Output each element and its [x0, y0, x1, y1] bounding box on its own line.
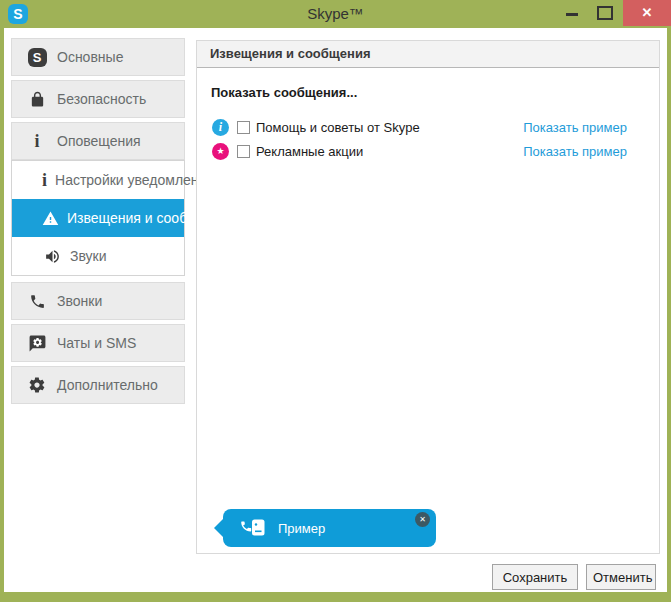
- info-letter-icon: i: [42, 171, 47, 189]
- save-button[interactable]: Сохранить: [492, 564, 578, 590]
- star-circle-icon: ★: [212, 143, 229, 160]
- help-tips-checkbox[interactable]: [237, 121, 250, 134]
- promotions-checkbox[interactable]: [237, 145, 250, 158]
- sidebar-subitem-notification-settings[interactable]: i Настройки уведомления: [12, 161, 184, 199]
- option-row-help-tips: i Помощь и советы от Skype Показать прим…: [212, 116, 627, 138]
- sidebar-item-security[interactable]: Безопасность: [11, 80, 185, 118]
- tooltip-arrow: [214, 518, 224, 538]
- sidebar-item-chats-sms[interactable]: Чаты и SMS: [11, 324, 185, 362]
- sidebar-item-label: Оповещения: [57, 133, 141, 149]
- phone-message-icon: [239, 519, 266, 537]
- sidebar-item-label: Дополнительно: [57, 377, 158, 393]
- sidebar-item-alerts[interactable]: i Оповещения: [11, 122, 185, 160]
- minimize-icon: [566, 13, 578, 16]
- alerts-subgroup: i Настройки уведомления Извещения и сооб…: [11, 160, 185, 276]
- tooltip-close-icon[interactable]: ✕: [415, 512, 430, 527]
- sidebar-item-label: Чаты и SMS: [57, 335, 136, 351]
- section-heading: Показать сообщения...: [211, 85, 357, 100]
- client-area: S Основные Безопасность i Оповещения i Н…: [4, 28, 667, 592]
- sidebar-subitem-sounds[interactable]: Звуки: [12, 237, 184, 275]
- show-example-link[interactable]: Показать пример: [523, 120, 627, 135]
- sidebar-item-label: Основные: [57, 49, 123, 65]
- sidebar-item-general[interactable]: S Основные: [11, 38, 185, 76]
- sidebar-subitem-alerts-and-messages[interactable]: Извещения и сообщения: [12, 199, 184, 237]
- sidebar-item-label: Звонки: [57, 293, 102, 309]
- gear-icon: [26, 376, 48, 394]
- minimize-button[interactable]: [558, 0, 586, 26]
- option-label[interactable]: Рекламные акции: [256, 144, 363, 159]
- titlebar: S Skype™ ✕: [0, 0, 671, 28]
- option-row-promotions: ★ Рекламные акции Показать пример: [212, 140, 627, 162]
- lock-icon: [26, 91, 48, 108]
- warning-triangle-icon: [42, 210, 59, 227]
- example-notification-tooltip: Пример ✕: [223, 509, 436, 547]
- sidebar-item-label: Безопасность: [57, 91, 146, 107]
- panel-header-title: Извещения и сообщения: [197, 41, 659, 68]
- skype-icon: S: [26, 48, 48, 67]
- sidebar-subitem-label: Звуки: [70, 248, 107, 264]
- maximize-icon: [597, 6, 613, 20]
- cancel-button[interactable]: Отменить: [586, 564, 656, 590]
- main-panel: Извещения и сообщения Показать сообщения…: [196, 40, 660, 554]
- phone-icon: [26, 293, 48, 310]
- sidebar-item-calls[interactable]: Звонки: [11, 282, 185, 320]
- tooltip-label: Пример: [278, 521, 325, 536]
- option-label[interactable]: Помощь и советы от Skype: [256, 120, 420, 135]
- info-circle-icon: i: [212, 119, 229, 136]
- info-letter-icon: i: [26, 132, 48, 150]
- show-example-link[interactable]: Показать пример: [523, 144, 627, 159]
- chat-gear-icon: [26, 334, 48, 353]
- close-button[interactable]: ✕: [623, 0, 671, 26]
- sidebar-subitem-label: Настройки уведомления: [55, 172, 214, 188]
- skype-options-window: S Skype™ ✕ S Основные Безопасность i Опо…: [0, 0, 671, 602]
- sidebar-item-advanced[interactable]: Дополнительно: [11, 366, 185, 404]
- speaker-icon: [42, 248, 62, 265]
- maximize-button[interactable]: [590, 0, 618, 26]
